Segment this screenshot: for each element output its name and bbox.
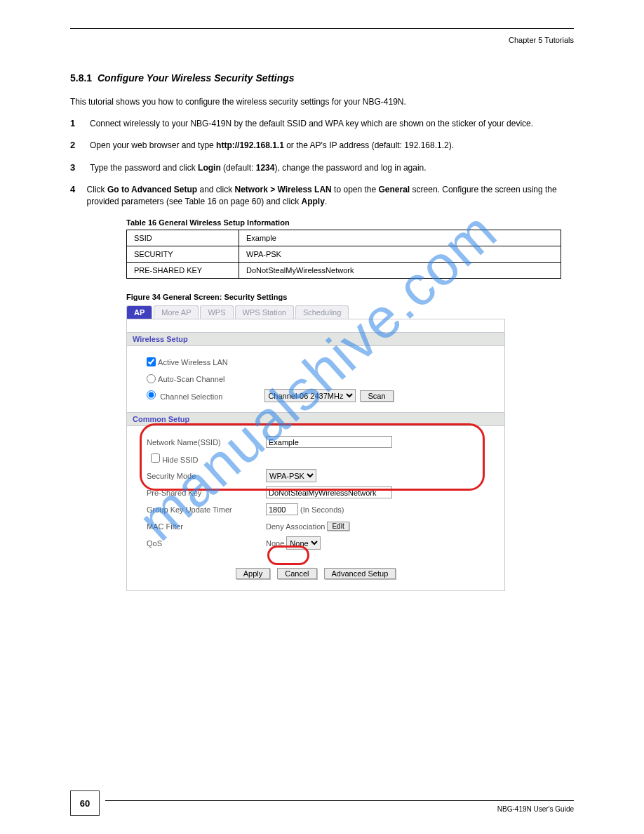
text-fragment: Open your web browser and type — [90, 140, 216, 150]
tab-ap[interactable]: AP — [126, 305, 152, 319]
text-fragment: (default: — [221, 163, 256, 173]
tab-bar: AP More AP WPS WPS Station Scheduling — [126, 305, 505, 319]
config-panel: Wireless Setup Active Wireless LAN Auto-… — [126, 319, 505, 591]
apply-button[interactable]: Apply — [236, 568, 271, 579]
table-cell-value: Example — [239, 230, 561, 246]
qos-label: QoS — [147, 539, 266, 548]
url-text: http://192.168.1.1 — [216, 140, 284, 150]
footer-doc-title: NBG-419N User's Guide — [70, 805, 574, 813]
group-key-unit: (In Seconds) — [300, 505, 344, 514]
channel-radio[interactable] — [147, 390, 156, 399]
scan-button[interactable]: Scan — [360, 390, 393, 402]
intro-paragraph: This tutorial shows you how to configure… — [70, 96, 574, 108]
channel-select[interactable]: Channel-06 2437MHz — [264, 389, 356, 402]
text-fragment: Click — [87, 185, 107, 194]
text-fragment: . — [325, 197, 327, 206]
advanced-link-label: Go to Advanced Setup — [107, 185, 197, 194]
table-cell-key: PRE-SHARED KEY — [127, 262, 239, 278]
tab-scheduling[interactable]: Scheduling — [295, 305, 349, 319]
table-cell-value: DoNotStealMyWirelessNetwork — [239, 262, 561, 278]
step-number: 2 — [70, 140, 80, 152]
table-row: PRE-SHARED KEY DoNotStealMyWirelessNetwo… — [127, 262, 561, 278]
active-wlan-checkbox[interactable] — [147, 357, 156, 366]
common-setup-heading: Common Setup — [127, 412, 504, 426]
default-password: 1234 — [256, 163, 275, 173]
hide-ssid-checkbox[interactable] — [151, 454, 160, 463]
table-cell-key: SECURITY — [127, 246, 239, 262]
wireless-setup-heading: Wireless Setup — [127, 332, 504, 346]
psk-label: Pre-Shared Key — [147, 489, 266, 497]
autoscan-radio[interactable] — [147, 374, 156, 383]
table-cell-key: SSID — [127, 230, 239, 246]
login-label: Login — [198, 163, 221, 173]
text-fragment: to open the — [332, 185, 379, 194]
figure-screenshot: AP More AP WPS WPS Station Scheduling Wi… — [126, 305, 505, 591]
security-mode-label: Security Mode — [147, 472, 266, 480]
mac-filter-edit-button[interactable]: Edit — [327, 522, 349, 531]
group-key-input[interactable] — [266, 503, 298, 515]
chapter-label: Chapter 5 Tutorials — [70, 36, 574, 44]
ssid-input[interactable] — [266, 436, 392, 448]
psk-input[interactable] — [266, 486, 392, 498]
qos-select[interactable]: None — [286, 536, 321, 550]
step-number: 3 — [70, 162, 80, 174]
tab-wps-station[interactable]: WPS Station — [235, 305, 294, 319]
hide-ssid-label: Hide SSID — [162, 456, 198, 464]
section-number: 5.8.1 — [70, 72, 92, 84]
channel-label: Channel Selection — [160, 392, 222, 401]
qos-status: None — [266, 539, 284, 548]
advanced-setup-button[interactable]: Advanced Setup — [324, 568, 396, 579]
settings-table: SSID Example SECURITY WPA-PSK PRE-SHARED… — [126, 230, 561, 279]
screen-name: General — [379, 185, 410, 194]
apply-label: Apply — [302, 197, 325, 206]
mac-filter-label: MAC Filter — [147, 522, 266, 531]
section-title: Configure Your Wireless Security Setting… — [98, 72, 295, 84]
step-text: Open your web browser and type http://19… — [90, 140, 454, 152]
step-number: 1 — [70, 118, 80, 130]
step-text: Click Go to Advanced Setup and click Net… — [87, 184, 574, 208]
text-fragment: Type the password and click — [90, 163, 198, 173]
text-fragment: ), change the password and log in again. — [274, 163, 426, 173]
autoscan-label: Auto-Scan Channel — [158, 375, 224, 383]
mac-filter-status: Deny Association — [266, 522, 325, 531]
table-cell-value: WPA-PSK — [239, 246, 561, 262]
step-text: Connect wirelessly to your NBG-419N by t… — [90, 118, 533, 130]
table-caption: Table 16 General Wireless Setup Informat… — [126, 218, 574, 227]
step-text: Type the password and click Login (defau… — [90, 162, 427, 174]
section-heading: 5.8.1 Configure Your Wireless Security S… — [70, 72, 574, 84]
active-wlan-label: Active Wireless LAN — [158, 358, 228, 366]
table-row: SECURITY WPA-PSK — [127, 246, 561, 262]
ssid-label: Network Name(SSID) — [147, 438, 266, 446]
cancel-button[interactable]: Cancel — [277, 568, 316, 579]
text-fragment: and click — [197, 185, 234, 194]
tab-more-ap[interactable]: More AP — [154, 305, 199, 319]
step-number: 4 — [70, 184, 77, 208]
nav-path: Network > Wireless LAN — [235, 185, 332, 194]
tab-wps[interactable]: WPS — [200, 305, 233, 319]
figure-caption: Figure 34 General Screen: Security Setti… — [126, 293, 574, 301]
footer: NBG-419N User's Guide — [70, 800, 574, 813]
table-row: SSID Example — [127, 230, 561, 246]
text-fragment: or the AP's IP address (default: 192.168… — [284, 140, 454, 150]
top-rule — [70, 28, 574, 29]
security-mode-select[interactable]: WPA-PSK — [266, 469, 316, 482]
group-key-label: Group Key Update Timer — [147, 505, 266, 514]
